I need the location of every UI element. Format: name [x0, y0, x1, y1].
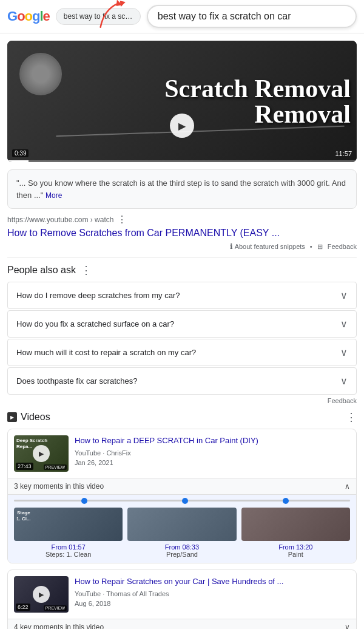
snippet-feedback-link[interactable]: Feedback	[328, 243, 357, 250]
key-moments-label-0: 3 key moments in this video	[14, 482, 104, 491]
videos-section-header: ▶ Videos ⋮	[7, 410, 357, 424]
snippet-more-link[interactable]: More	[46, 191, 62, 200]
google-logo: Google	[7, 8, 50, 24]
key-moments-chevron-1: ∨	[345, 623, 350, 629]
video-duration-1: 6:22	[16, 604, 30, 611]
video-source-label-0: YouTube ·	[75, 449, 106, 457]
key-moments-chevron-0: ∧	[345, 482, 350, 491]
featured-snippet: "... So you know where the scratch is at…	[7, 169, 357, 209]
key-moments-bar-1[interactable]: 4 key moments in this video ∨	[8, 619, 356, 629]
video-thumb-0[interactable]: ▶ 27:43 PREVIEW Deep ScratchRepa...	[14, 435, 69, 472]
thumb-overlay-text-0: Deep ScratchRepa...	[16, 438, 47, 449]
people-also-ask-label: People also ask	[7, 265, 76, 276]
preview-badge-0: PREVIEW	[44, 464, 67, 470]
paa-question-3: Does toothpaste fix car scratches?	[16, 376, 137, 386]
dots-separator: •	[310, 243, 312, 250]
video-card-0-header: ▶ 27:43 PREVIEW Deep ScratchRepa... How …	[8, 429, 356, 478]
paa-item-3[interactable]: Does toothpaste fix car scratches? ∨	[7, 367, 357, 395]
video-card-0: ▶ 27:43 PREVIEW Deep ScratchRepa... How …	[7, 429, 357, 563]
play-icon-1[interactable]: ▶	[33, 586, 50, 603]
video-channel-0: ChrisFix	[106, 449, 130, 457]
preview-badge-1: PREVIEW	[44, 605, 67, 611]
moment-thumb-0-2[interactable]	[241, 508, 350, 541]
scratch-text: Scratch Removal	[164, 76, 351, 101]
video-time-total: 11:57	[335, 150, 352, 157]
search-bar-large[interactable]: best way to fix a scratch on car	[147, 5, 357, 28]
video-section-icon: ▶	[7, 412, 17, 422]
about-snippets-label: About featured snippets	[235, 243, 305, 250]
videos-menu-icon[interactable]: ⋮	[346, 410, 357, 424]
videos-section-label: Videos	[21, 412, 50, 423]
result-title-link[interactable]: How to Remove Scratches from Car PERMANE…	[7, 228, 280, 238]
paa-question-1: How do you fix a scratched surface on a …	[16, 319, 174, 328]
result-url-line: https://www.youtube.com › watch ⋮	[7, 214, 357, 225]
video-channel-1: Thomas of All Trades	[106, 590, 169, 597]
video-time-current: 0:39	[12, 149, 29, 157]
key-moments-content-0: Stage1. Cl... From 01:57 Steps: 1. Clean…	[8, 494, 356, 563]
main-content: Scratch Removal Removal ▶ 0:39 11:57 "..…	[0, 41, 364, 629]
paa-chevron-0: ∨	[340, 290, 348, 301]
paa-feedback: Feedback	[7, 397, 357, 404]
moment-thumb-0-1[interactable]	[127, 508, 236, 541]
paa-item-0[interactable]: How do I remove deep scratches from my c…	[7, 282, 357, 309]
people-also-ask-header: People also ask ⋮	[7, 264, 357, 277]
moments-timeline	[14, 500, 350, 501]
result-url: https://www.youtube.com › watch	[7, 216, 113, 224]
video-duration-0: 27:43	[16, 463, 33, 470]
moment-time-0-2: From 13:20	[241, 543, 350, 551]
video-source-label-1: YouTube ·	[75, 590, 106, 597]
video-title-0[interactable]: How to Repair a DEEP SCRATCH in Car Pain…	[75, 435, 350, 446]
key-moments-bar-0[interactable]: 3 key moments in this video ∧	[8, 478, 356, 494]
paa-chevron-3: ∨	[340, 375, 348, 387]
scratch-line-decoration	[56, 126, 345, 137]
info-icon: ℹ	[230, 242, 233, 251]
video-thumbnail-bg: Scratch Removal Removal ▶ 0:39 11:57	[7, 41, 357, 162]
video-info-1: How to Repair Scratches on your Car | Sa…	[75, 576, 350, 613]
video-meta-1: YouTube · Thomas of All Trades	[75, 589, 350, 599]
video-progress-bar[interactable]	[7, 160, 357, 162]
car-door-decoration	[19, 53, 62, 95]
snippet-text: "... So you know where the scratch is at…	[16, 178, 346, 200]
feedback-icon-container: ⊞	[317, 243, 323, 251]
snippet-footer: ℹ About featured snippets • ⊞ Feedback	[7, 242, 357, 251]
paa-item-1[interactable]: How do you fix a scratched surface on a …	[7, 310, 357, 338]
key-moments-label-1: 4 key moments in this video	[14, 623, 104, 629]
moment-card-0-2: From 13:20 Paint	[241, 508, 350, 558]
about-featured-snippets-link[interactable]: ℹ About featured snippets	[230, 242, 305, 251]
section-divider-1	[7, 257, 357, 257]
result-options-menu[interactable]: ⋮	[117, 214, 127, 225]
paa-chevron-1: ∨	[340, 318, 348, 330]
video-info-0: How to Repair a DEEP SCRATCH in Car Pain…	[75, 435, 350, 472]
moments-grid-0: Stage1. Cl... From 01:57 Steps: 1. Clean…	[14, 508, 350, 558]
video-progress-fill	[7, 160, 29, 162]
paa-menu-icon[interactable]: ⋮	[81, 264, 92, 277]
moment-label-0-1: Prep/Sand	[127, 551, 236, 558]
video-meta-0: YouTube · ChrisFix	[75, 448, 350, 458]
video-title-1[interactable]: How to Repair Scratches on your Car | Sa…	[75, 576, 350, 587]
video-card-1-header: ▶ 6:22 PREVIEW How to Repair Scratches o…	[8, 570, 356, 619]
paa-question-0: How do I remove deep scratches from my c…	[16, 291, 180, 300]
feedback-grid-icon: ⊞	[317, 243, 323, 251]
play-button[interactable]: ▶	[170, 114, 194, 138]
moment-time-0-1: From 08:33	[127, 543, 236, 551]
video-date-1: Aug 6, 2018	[75, 599, 350, 609]
featured-video-thumbnail[interactable]: Scratch Removal Removal ▶ 0:39 11:57	[7, 41, 357, 162]
paa-chevron-2: ∨	[340, 347, 348, 358]
moment-card-0-0: Stage1. Cl... From 01:57 Steps: 1. Clean	[14, 508, 123, 558]
arrow-annotation	[90, 0, 134, 35]
paa-question-2: How much will it cost to repair a scratc…	[16, 348, 196, 357]
video-thumb-1[interactable]: ▶ 6:22 PREVIEW	[14, 576, 69, 613]
video-date-0: Jan 26, 2021	[75, 458, 350, 468]
moment-card-0-1: From 08:33 Prep/Sand	[127, 508, 236, 558]
moment-text-0-0: Stage1. Cl...	[16, 510, 31, 522]
paa-item-2[interactable]: How much will it cost to repair a scratc…	[7, 339, 357, 366]
video-card-1: ▶ 6:22 PREVIEW How to Repair Scratches o…	[7, 570, 357, 629]
moment-label-0-0: Steps: 1. Clean	[14, 551, 123, 558]
moment-thumb-0-0[interactable]: Stage1. Cl...	[14, 508, 123, 541]
moment-label-0-2: Paint	[241, 551, 350, 558]
paa-list: How do I remove deep scratches from my c…	[7, 282, 357, 395]
header: Google best way to fix a scratch on best…	[0, 0, 364, 33]
moment-time-0-0: From 01:57	[14, 543, 123, 551]
